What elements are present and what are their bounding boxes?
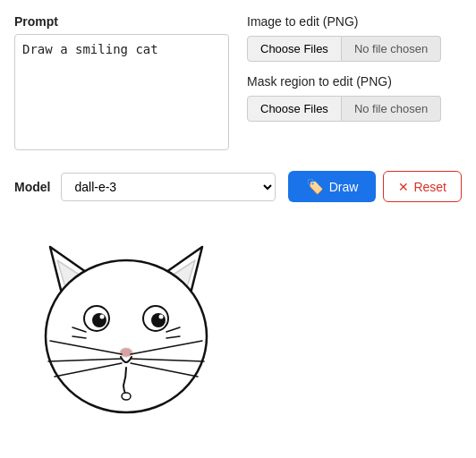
reset-button[interactable]: ✕ Reset: [383, 171, 462, 202]
cat-svg: [23, 220, 229, 426]
svg-point-11: [120, 348, 132, 357]
choose-image-button[interactable]: Choose Files: [247, 36, 342, 62]
prompt-textarea[interactable]: [14, 34, 229, 150]
reset-button-label: Reset: [413, 180, 446, 194]
draw-button-label: Draw: [329, 180, 359, 194]
image-no-file-label: No file chosen: [342, 36, 441, 62]
choose-mask-button[interactable]: Choose Files: [247, 96, 342, 122]
svg-point-10: [159, 315, 164, 319]
svg-point-8: [151, 313, 166, 327]
model-select[interactable]: dall-e-3 dall-e-2: [61, 173, 276, 201]
svg-point-4: [46, 260, 207, 412]
svg-point-12: [122, 393, 131, 400]
cat-image-container: [14, 220, 462, 426]
reset-circle-icon: ✕: [398, 180, 409, 194]
prompt-label: Prompt: [14, 14, 229, 29]
model-label: Model: [14, 180, 50, 194]
svg-point-7: [92, 313, 106, 327]
draw-button[interactable]: 🏷️ Draw: [288, 171, 377, 202]
mask-no-file-label: No file chosen: [342, 96, 441, 122]
mask-region-label: Mask region to edit (PNG): [247, 74, 462, 89]
svg-point-9: [100, 315, 105, 319]
image-to-edit-label: Image to edit (PNG): [247, 14, 462, 29]
draw-icon: 🏷️: [306, 178, 324, 195]
